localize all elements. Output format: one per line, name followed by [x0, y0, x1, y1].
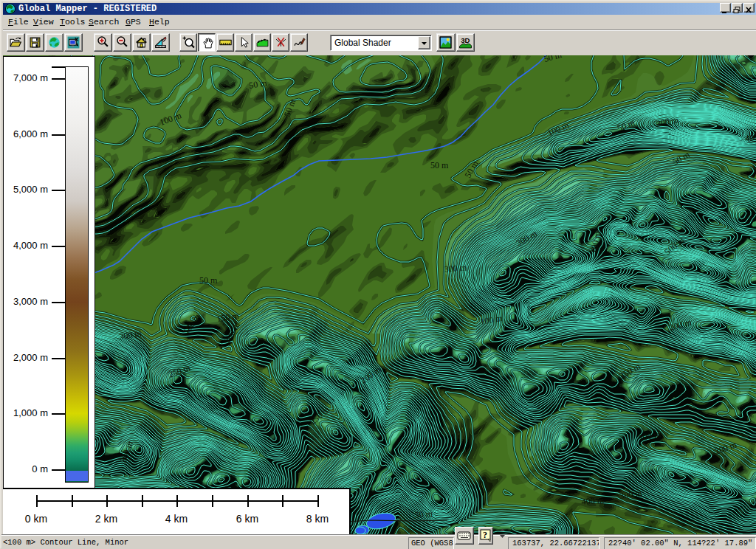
- svg-text:300 m: 300 m: [444, 262, 467, 274]
- svg-text:50 m: 50 m: [199, 275, 218, 286]
- svg-text:400 m: 400 m: [581, 494, 605, 507]
- svg-text:3D: 3D: [461, 36, 470, 44]
- svg-text:50 m: 50 m: [414, 508, 433, 520]
- svg-text:400: 400: [744, 131, 756, 144]
- svg-text:?: ?: [483, 530, 487, 540]
- svg-text:50 m: 50 m: [430, 160, 449, 170]
